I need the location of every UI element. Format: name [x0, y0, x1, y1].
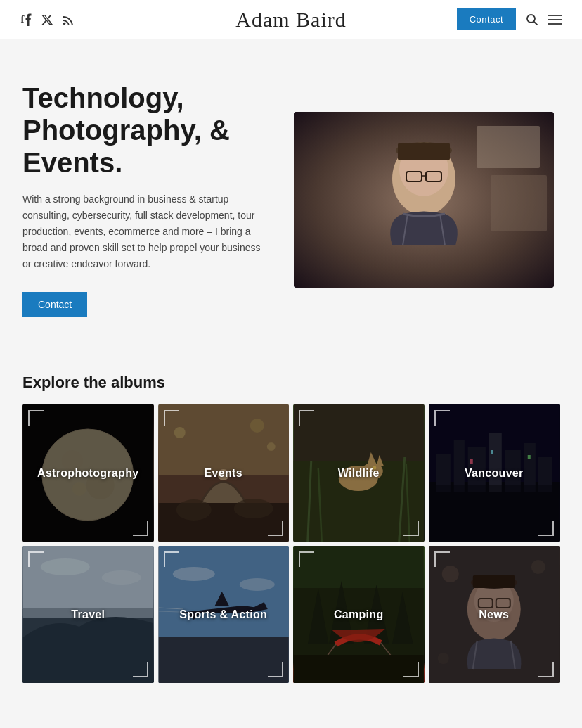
album-overlay: Camping — [293, 546, 425, 683]
hero-text: Technology, Photography, & Events. With … — [22, 82, 266, 317]
album-overlay: Vancouver — [429, 404, 560, 542]
header-actions: Contact — [457, 8, 562, 30]
menu-icon[interactable] — [548, 15, 562, 25]
hero-photo — [294, 112, 554, 288]
social-links — [20, 13, 75, 26]
x-twitter-icon[interactable] — [41, 13, 53, 26]
recent-section: Recent work — [0, 711, 582, 728]
header-contact-button[interactable]: Contact — [457, 8, 516, 30]
album-label-vancouver: Vancouver — [465, 467, 524, 480]
svg-rect-8 — [491, 175, 547, 231]
site-logo[interactable]: Adam Baird — [235, 6, 346, 32]
album-camping[interactable]: Camping — [293, 546, 425, 683]
albums-grid: Astrophotography — [22, 404, 560, 683]
rss-icon[interactable] — [62, 13, 75, 26]
album-overlay: Wildlife — [293, 404, 425, 542]
svg-rect-12 — [398, 143, 450, 160]
svg-rect-7 — [477, 126, 540, 168]
album-label-camping: Camping — [334, 608, 384, 621]
album-overlay: Sports & Action — [158, 546, 290, 683]
svg-point-0 — [63, 22, 66, 25]
svg-line-2 — [534, 21, 538, 25]
facebook-icon[interactable] — [20, 13, 32, 26]
album-travel[interactable]: Travel — [22, 546, 154, 683]
album-overlay: Astrophotography — [22, 404, 154, 542]
album-overlay: News — [429, 546, 560, 683]
hero-image — [294, 112, 554, 288]
album-overlay: Travel — [22, 546, 154, 683]
album-vancouver[interactable]: Vancouver — [429, 404, 560, 542]
album-sports-action[interactable]: Sports & Action — [158, 546, 290, 683]
album-news[interactable]: News — [429, 546, 560, 683]
album-events[interactable]: Events — [158, 404, 290, 542]
hero-contact-button[interactable]: Contact — [22, 292, 87, 317]
hero-section: Technology, Photography, & Events. With … — [0, 39, 582, 359]
site-header: Adam Baird Contact — [0, 0, 582, 39]
search-icon[interactable] — [526, 13, 538, 26]
album-label-events: Events — [205, 467, 242, 480]
album-label-travel: Travel — [71, 608, 105, 621]
album-wildlife[interactable]: Wildlife — [293, 404, 425, 542]
hero-title: Technology, Photography, & Events. — [22, 82, 266, 179]
album-label-wildlife: Wildlife — [338, 467, 380, 480]
album-astrophotography[interactable]: Astrophotography — [22, 404, 154, 542]
album-label-astro: Astrophotography — [37, 467, 138, 480]
albums-title: Explore the albums — [22, 373, 560, 392]
hero-description: With a strong background in business & s… — [22, 191, 266, 272]
albums-section: Explore the albums Astrophotography — [0, 359, 582, 711]
album-label-sports: Sports & Action — [179, 608, 267, 621]
album-overlay: Events — [158, 404, 290, 542]
album-label-news: News — [479, 608, 509, 621]
